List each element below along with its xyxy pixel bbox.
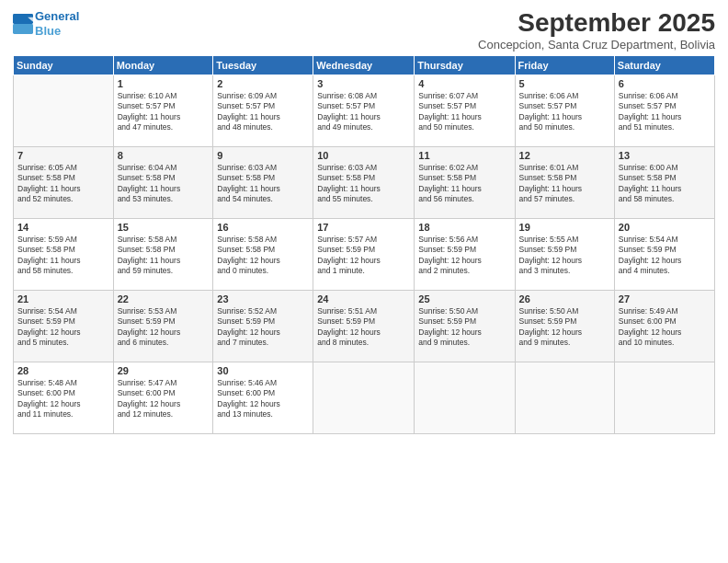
calendar-cell: 15Sunrise: 5:58 AMSunset: 5:58 PMDayligh… bbox=[113, 218, 213, 290]
page-header: General Blue September 2025 Concepcion, … bbox=[13, 9, 715, 52]
day-info: Sunrise: 5:49 AMSunset: 6:00 PMDaylight:… bbox=[619, 306, 711, 349]
day-number: 22 bbox=[118, 293, 210, 304]
day-info: Sunrise: 6:05 AMSunset: 5:58 PMDaylight:… bbox=[17, 163, 109, 205]
day-info: Sunrise: 6:06 AMSunset: 5:57 PMDaylight:… bbox=[619, 91, 711, 133]
calendar-cell: 6Sunrise: 6:06 AMSunset: 5:57 PMDaylight… bbox=[614, 75, 714, 146]
day-number: 10 bbox=[317, 150, 410, 161]
day-info: Sunrise: 5:58 AMSunset: 5:58 PMDaylight:… bbox=[217, 235, 309, 277]
calendar: SundayMondayTuesdayWednesdayThursdayFrid… bbox=[13, 55, 715, 434]
day-number: 14 bbox=[17, 222, 109, 233]
day-number: 2 bbox=[217, 78, 309, 89]
weekday-header: Friday bbox=[515, 55, 614, 75]
weekday-header: Wednesday bbox=[313, 55, 415, 75]
day-info: Sunrise: 6:04 AMSunset: 5:58 PMDaylight:… bbox=[118, 163, 210, 205]
logo-line1: General bbox=[35, 9, 79, 23]
weekday-header: Thursday bbox=[415, 55, 515, 75]
day-info: Sunrise: 6:07 AMSunset: 5:57 PMDaylight:… bbox=[418, 91, 510, 133]
day-info: Sunrise: 5:55 AMSunset: 5:59 PMDaylight:… bbox=[519, 235, 610, 277]
day-info: Sunrise: 5:52 AMSunset: 5:59 PMDaylight:… bbox=[217, 306, 309, 349]
calendar-cell: 5Sunrise: 6:06 AMSunset: 5:57 PMDaylight… bbox=[515, 75, 614, 146]
day-info: Sunrise: 5:51 AMSunset: 5:59 PMDaylight:… bbox=[317, 306, 410, 349]
calendar-cell: 16Sunrise: 5:58 AMSunset: 5:58 PMDayligh… bbox=[213, 218, 313, 290]
day-info: Sunrise: 6:01 AMSunset: 5:58 PMDaylight:… bbox=[519, 163, 610, 205]
day-number: 7 bbox=[17, 150, 109, 161]
calendar-cell: 29Sunrise: 5:47 AMSunset: 6:00 PMDayligh… bbox=[113, 362, 213, 433]
calendar-cell: 9Sunrise: 6:03 AMSunset: 5:58 PMDaylight… bbox=[213, 146, 313, 218]
logo-icon bbox=[13, 14, 33, 34]
day-number: 16 bbox=[217, 222, 309, 233]
calendar-cell: 4Sunrise: 6:07 AMSunset: 5:57 PMDaylight… bbox=[415, 75, 515, 146]
calendar-cell bbox=[313, 362, 415, 433]
calendar-cell: 11Sunrise: 6:02 AMSunset: 5:58 PMDayligh… bbox=[415, 146, 515, 218]
day-info: Sunrise: 5:48 AMSunset: 6:00 PMDaylight:… bbox=[17, 378, 109, 420]
calendar-cell: 24Sunrise: 5:51 AMSunset: 5:59 PMDayligh… bbox=[313, 290, 415, 362]
calendar-cell bbox=[14, 75, 114, 146]
logo-text: General Blue bbox=[35, 9, 79, 38]
calendar-cell: 28Sunrise: 5:48 AMSunset: 6:00 PMDayligh… bbox=[14, 362, 114, 433]
calendar-cell: 1Sunrise: 6:10 AMSunset: 5:57 PMDaylight… bbox=[113, 75, 213, 146]
day-info: Sunrise: 6:03 AMSunset: 5:58 PMDaylight:… bbox=[317, 163, 410, 205]
day-number: 24 bbox=[317, 293, 410, 304]
day-number: 6 bbox=[619, 78, 711, 89]
day-info: Sunrise: 6:09 AMSunset: 5:57 PMDaylight:… bbox=[217, 91, 309, 133]
day-number: 29 bbox=[118, 365, 210, 376]
day-number: 4 bbox=[418, 78, 510, 89]
calendar-week-row: 14Sunrise: 5:59 AMSunset: 5:58 PMDayligh… bbox=[14, 218, 715, 290]
day-info: Sunrise: 5:47 AMSunset: 6:00 PMDaylight:… bbox=[118, 378, 210, 420]
day-number: 21 bbox=[17, 293, 109, 304]
day-info: Sunrise: 5:58 AMSunset: 5:58 PMDaylight:… bbox=[118, 235, 210, 277]
day-number: 30 bbox=[217, 365, 309, 376]
calendar-cell: 20Sunrise: 5:54 AMSunset: 5:59 PMDayligh… bbox=[614, 218, 714, 290]
day-info: Sunrise: 6:06 AMSunset: 5:57 PMDaylight:… bbox=[519, 91, 610, 133]
weekday-header: Monday bbox=[113, 55, 213, 75]
day-info: Sunrise: 6:00 AMSunset: 5:58 PMDaylight:… bbox=[619, 163, 711, 205]
day-info: Sunrise: 5:54 AMSunset: 5:59 PMDaylight:… bbox=[619, 235, 711, 277]
day-info: Sunrise: 5:53 AMSunset: 5:59 PMDaylight:… bbox=[118, 306, 210, 349]
day-number: 3 bbox=[317, 78, 410, 89]
calendar-cell bbox=[614, 362, 714, 433]
calendar-cell: 14Sunrise: 5:59 AMSunset: 5:58 PMDayligh… bbox=[14, 218, 114, 290]
calendar-cell: 10Sunrise: 6:03 AMSunset: 5:58 PMDayligh… bbox=[313, 146, 415, 218]
day-number: 20 bbox=[619, 222, 711, 233]
day-number: 15 bbox=[118, 222, 210, 233]
day-info: Sunrise: 5:46 AMSunset: 6:00 PMDaylight:… bbox=[217, 378, 309, 420]
calendar-cell: 26Sunrise: 5:50 AMSunset: 5:59 PMDayligh… bbox=[515, 290, 614, 362]
day-info: Sunrise: 6:08 AMSunset: 5:57 PMDaylight:… bbox=[317, 91, 410, 133]
calendar-week-row: 1Sunrise: 6:10 AMSunset: 5:57 PMDaylight… bbox=[14, 75, 715, 146]
logo-line2: Blue bbox=[35, 24, 61, 38]
calendar-cell: 27Sunrise: 5:49 AMSunset: 6:00 PMDayligh… bbox=[614, 290, 714, 362]
day-number: 12 bbox=[519, 150, 610, 161]
calendar-cell: 18Sunrise: 5:56 AMSunset: 5:59 PMDayligh… bbox=[415, 218, 515, 290]
weekday-header: Tuesday bbox=[213, 55, 313, 75]
day-info: Sunrise: 5:57 AMSunset: 5:59 PMDaylight:… bbox=[317, 235, 410, 277]
day-info: Sunrise: 5:59 AMSunset: 5:58 PMDaylight:… bbox=[17, 235, 109, 277]
calendar-cell bbox=[515, 362, 614, 433]
calendar-cell: 8Sunrise: 6:04 AMSunset: 5:58 PMDaylight… bbox=[113, 146, 213, 218]
logo: General Blue bbox=[13, 9, 79, 38]
day-number: 13 bbox=[619, 150, 711, 161]
day-info: Sunrise: 5:56 AMSunset: 5:59 PMDaylight:… bbox=[418, 235, 510, 277]
day-number: 18 bbox=[418, 222, 510, 233]
day-info: Sunrise: 6:03 AMSunset: 5:58 PMDaylight:… bbox=[217, 163, 309, 205]
weekday-header: Saturday bbox=[614, 55, 714, 75]
calendar-week-row: 28Sunrise: 5:48 AMSunset: 6:00 PMDayligh… bbox=[14, 362, 715, 433]
calendar-cell: 7Sunrise: 6:05 AMSunset: 5:58 PMDaylight… bbox=[14, 146, 114, 218]
day-number: 19 bbox=[519, 222, 610, 233]
day-info: Sunrise: 5:50 AMSunset: 5:59 PMDaylight:… bbox=[519, 306, 610, 349]
month-title: September 2025 bbox=[478, 9, 715, 38]
calendar-cell bbox=[415, 362, 515, 433]
day-number: 17 bbox=[317, 222, 410, 233]
day-number: 8 bbox=[118, 150, 210, 161]
calendar-cell: 3Sunrise: 6:08 AMSunset: 5:57 PMDaylight… bbox=[313, 75, 415, 146]
day-info: Sunrise: 6:02 AMSunset: 5:58 PMDaylight:… bbox=[418, 163, 510, 205]
calendar-week-row: 21Sunrise: 5:54 AMSunset: 5:59 PMDayligh… bbox=[14, 290, 715, 362]
day-info: Sunrise: 6:10 AMSunset: 5:57 PMDaylight:… bbox=[118, 91, 210, 133]
day-info: Sunrise: 5:50 AMSunset: 5:59 PMDaylight:… bbox=[418, 306, 510, 349]
calendar-cell: 13Sunrise: 6:00 AMSunset: 5:58 PMDayligh… bbox=[614, 146, 714, 218]
location: Concepcion, Santa Cruz Department, Boliv… bbox=[478, 38, 715, 52]
day-number: 5 bbox=[519, 78, 610, 89]
day-number: 9 bbox=[217, 150, 309, 161]
calendar-cell: 21Sunrise: 5:54 AMSunset: 5:59 PMDayligh… bbox=[14, 290, 114, 362]
calendar-cell: 2Sunrise: 6:09 AMSunset: 5:57 PMDaylight… bbox=[213, 75, 313, 146]
day-number: 23 bbox=[217, 293, 309, 304]
